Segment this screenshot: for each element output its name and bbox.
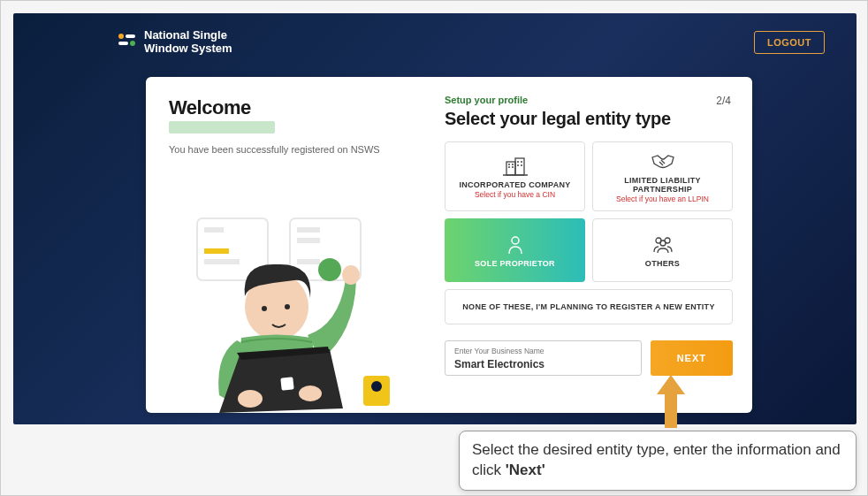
tutorial-callout: Select the desired entity type, enter th…: [459, 431, 857, 491]
svg-rect-23: [515, 158, 524, 175]
svg-point-3: [130, 41, 135, 46]
entity-option-sole-proprietor[interactable]: SOLE PROPRIETOR: [445, 218, 585, 282]
user-name-redacted: [169, 121, 275, 134]
entity-option-llp[interactable]: LIMITED LIABILITY PARTNERSHIP Select if …: [592, 141, 733, 211]
entity-label: SOLE PROPRIETOR: [475, 259, 555, 268]
svg-point-20: [238, 390, 263, 408]
svg-point-15: [262, 306, 267, 311]
svg-point-13: [371, 381, 382, 392]
group-icon: [651, 234, 675, 256]
step-indicator: 2/4: [716, 95, 731, 107]
onboarding-card: Welcome You have been successfully regis…: [146, 77, 752, 413]
callout-bold: 'Next': [506, 462, 545, 478]
business-name-input[interactable]: [454, 358, 632, 370]
next-button[interactable]: NEXT: [651, 340, 733, 376]
tutorial-frame: National Single Window System LOGOUT Wel…: [0, 0, 868, 496]
card-left-panel: Welcome You have been successfully regis…: [146, 77, 429, 413]
svg-rect-2: [118, 42, 128, 45]
entity-sublabel: Select if you have a CIN: [475, 190, 555, 199]
welcome-subtitle: You have been successfully registered on…: [169, 144, 411, 155]
card-right-panel: 2/4 Setup your profile Select your legal…: [429, 77, 752, 413]
brand-logo[interactable]: National Single Window System: [118, 29, 232, 56]
person-icon: [506, 234, 524, 256]
welcome-title: Welcome: [169, 96, 411, 119]
svg-rect-7: [204, 259, 240, 264]
entity-sublabel: Select if you have an LLPIN: [616, 195, 709, 203]
header-bar: National Single Window System LOGOUT: [13, 13, 857, 66]
svg-rect-10: [297, 238, 320, 243]
svg-point-33: [512, 237, 519, 244]
logout-button[interactable]: LOGOUT: [754, 31, 825, 54]
brand-text: National Single Window System: [144, 29, 232, 56]
logo-icon: [118, 33, 137, 52]
svg-point-17: [342, 265, 360, 285]
entity-grid: INCORPORATED COMPANY Select if you have …: [445, 141, 733, 282]
svg-rect-22: [506, 162, 515, 175]
brand-line2: Window System: [144, 42, 232, 56]
entity-option-none[interactable]: NONE OF THESE, I'M PLANNING TO REGISTER …: [445, 289, 733, 324]
business-name-label: Enter Your Business Name: [454, 347, 632, 355]
entity-label: INCORPORATED COMPANY: [459, 180, 570, 189]
app-window: National Single Window System LOGOUT Wel…: [13, 13, 857, 424]
svg-rect-11: [297, 259, 320, 264]
entity-option-incorporated[interactable]: INCORPORATED COMPANY Select if you have …: [445, 141, 585, 211]
section-title: Select your legal entity type: [445, 109, 733, 129]
callout-arrow-icon: [655, 373, 687, 426]
business-name-input-wrap[interactable]: Enter Your Business Name: [445, 340, 642, 376]
entity-label: LIMITED LIABILITY PARTNERSHIP: [600, 176, 725, 194]
svg-rect-5: [204, 227, 224, 233]
svg-rect-19: [280, 377, 293, 390]
svg-point-36: [660, 240, 666, 246]
svg-rect-1: [126, 34, 135, 38]
entity-label: OTHERS: [645, 259, 680, 268]
svg-rect-6: [204, 248, 229, 254]
setup-label: Setup your profile: [445, 95, 733, 105]
svg-point-0: [118, 34, 124, 39]
brand-line1: National Single: [144, 29, 232, 42]
entity-option-others[interactable]: OTHERS: [592, 218, 733, 282]
handshake-icon: [650, 151, 676, 172]
welcome-illustration: [153, 201, 418, 413]
svg-rect-9: [297, 227, 320, 233]
svg-point-21: [299, 385, 322, 401]
building-icon: [503, 156, 528, 177]
svg-point-16: [285, 304, 290, 309]
svg-point-18: [318, 258, 341, 281]
business-name-row: Enter Your Business Name NEXT: [445, 340, 733, 376]
